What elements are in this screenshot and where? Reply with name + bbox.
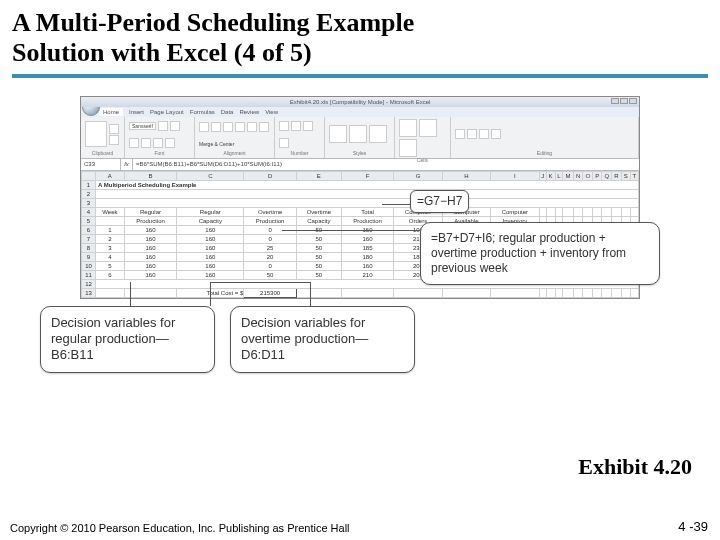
callout-formula-total-production: =B7+D7+I6; regular production + overtime… [420, 222, 660, 285]
ribbon: Clipboard Sansserif Font Merge & Center … [81, 117, 639, 159]
tab-formulas: Formulas [190, 109, 215, 115]
merge-center: Merge & Center [199, 141, 234, 147]
window-titlebar: Exhibit4.20.xls [Compatibility Mode] - M… [81, 97, 639, 107]
group-clipboard: Clipboard [85, 150, 120, 156]
excel-screenshot: Exhibit4.20.xls [Compatibility Mode] - M… [80, 96, 640, 299]
group-styles: Styles [329, 150, 390, 156]
group-number: Number [279, 150, 320, 156]
paste-icon [85, 121, 107, 147]
formula-bar: C33 fx =B6*SUM(B6:B11)+B6*SUM(D6:D11)+10… [81, 159, 639, 171]
group-font: Font [129, 150, 190, 156]
callout-decision-vars-regular: Decision variables for regular productio… [40, 306, 215, 373]
tab-view: View [265, 109, 278, 115]
callout-formula-inventory: =G7−H7 [410, 190, 469, 213]
tab-data: Data [221, 109, 234, 115]
window-controls [611, 98, 637, 104]
fx-icon: fx [121, 159, 133, 170]
exhibit-label: Exhibit 4.20 [578, 454, 692, 480]
page-number: 4 -39 [678, 519, 708, 534]
name-box: C33 [81, 159, 121, 170]
group-editing: Editing [455, 150, 634, 156]
font-name-box: Sansserif [129, 122, 156, 130]
title-line-2: Solution with Excel (4 of 5) [12, 38, 312, 67]
group-alignment: Alignment [199, 150, 270, 156]
tab-insert: Insert [129, 109, 144, 115]
title-underline [12, 74, 708, 78]
copy-icon [109, 135, 119, 145]
cut-icon [109, 124, 119, 134]
tab-review: Review [239, 109, 259, 115]
tab-home: Home [99, 108, 123, 116]
sheet-title: A Multiperiod Scheduling Example [96, 180, 639, 189]
title-line-1: A Multi-Period Scheduling Example [12, 8, 414, 37]
window-title: Exhibit4.20.xls [Compatibility Mode] - M… [290, 99, 431, 105]
formula-cell: =B6*SUM(B6:B11)+B6*SUM(D6:D11)+10*SUM(I6… [133, 159, 639, 170]
ribbon-tabs: Home Insert Page Layout Formulas Data Re… [81, 107, 639, 117]
callout-decision-vars-overtime: Decision variables for overtime producti… [230, 306, 415, 373]
copyright: Copyright © 2010 Pearson Education, Inc.… [10, 522, 370, 534]
total-cost-value: 215300 [244, 288, 297, 297]
tab-page-layout: Page Layout [150, 109, 184, 115]
